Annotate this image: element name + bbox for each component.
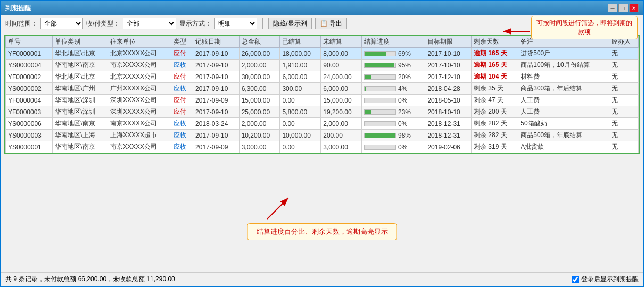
cell-unit-type: 华南地区\南京	[53, 118, 108, 130]
cell-progress: 0%	[361, 141, 425, 153]
cell-type: 应收	[171, 60, 193, 71]
progress-pct: 98%	[398, 132, 411, 139]
progress-bar	[364, 121, 396, 126]
separator-1	[262, 18, 263, 29]
cell-progress: 95%	[361, 60, 425, 71]
cell-remark: 人工费	[518, 106, 609, 118]
progress-bar-wrap: 95%	[364, 62, 423, 69]
cell-unit-type: 华南地区\上海	[53, 130, 108, 141]
close-button[interactable]: ✕	[629, 4, 639, 12]
table-row[interactable]: YF0000002 华北地区\北京 北京XXXXX公司 应付 2017-09-1…	[6, 71, 639, 83]
progress-bar-wrap: 98%	[364, 132, 423, 139]
maximize-button[interactable]: □	[618, 4, 628, 12]
data-table: 单号 单位类别 往来单位 类型 记账日期 总金额 已结算 未结算 结算进度 目标…	[5, 36, 639, 153]
cell-total: 10,200.00	[239, 130, 280, 141]
cell-id: YF0000004	[6, 95, 53, 106]
minimize-button[interactable]: ─	[608, 4, 617, 12]
table-row[interactable]: YS0000002 华南地区\广州 广州XXXXX公司 应收 2017-09-1…	[6, 83, 639, 95]
progress-bar	[364, 74, 396, 80]
progress-bar	[364, 51, 396, 56]
hide-show-column-button[interactable]: 隐藏/显示列	[268, 18, 311, 29]
cell-deadline: 2017-10-10	[425, 60, 472, 71]
cell-settled: 18,000.00	[280, 48, 321, 60]
cell-unsettled: 3,000.00	[321, 141, 362, 153]
cell-deadline: 2017-12-10	[425, 71, 472, 83]
cell-remain: 剩余 35 天	[471, 83, 518, 95]
cell-progress: 0%	[361, 95, 425, 106]
pay-type-select[interactable]: 全部	[123, 18, 176, 29]
cell-total: 2,000.00	[239, 60, 280, 71]
time-range-select[interactable]: 全部	[40, 18, 83, 29]
progress-bar	[364, 133, 396, 138]
cell-unit-type: 华南地区\南京	[53, 141, 108, 153]
cell-type: 应付	[171, 106, 193, 118]
progress-pct: 0%	[398, 120, 407, 128]
login-reminder-checkbox[interactable]	[572, 276, 579, 283]
progress-pct: 95%	[398, 62, 411, 69]
progress-bar-wrap: 69%	[364, 50, 423, 57]
table-row[interactable]: YF0000004 华南地区\深圳 深圳XXXXX公司 应付 2017-09-0…	[6, 95, 639, 106]
cell-remain: 逾期 165 天	[471, 48, 518, 60]
cell-unit-type: 华南地区\广州	[53, 83, 108, 95]
cell-company: 上海XXXXX超市	[108, 130, 171, 141]
cell-company: 北京XXXXX公司	[108, 71, 171, 83]
table-row[interactable]: YS0000004 华南地区\南京 南京XXXXX公司 应收 2017-09-1…	[6, 60, 639, 71]
cell-id: YS0000002	[6, 83, 53, 95]
cell-remain: 剩余 282 天	[471, 118, 518, 130]
cell-company: 深圳XXXXX公司	[108, 106, 171, 118]
cell-handler: 无	[609, 48, 639, 60]
table-row[interactable]: YS0000006 华南地区\南京 南京XXXXX公司 应收 2018-03-2…	[6, 118, 639, 130]
cell-date: 2017-09-10	[193, 130, 240, 141]
col-header-total: 总金额	[239, 36, 280, 48]
cell-id: YS0000004	[6, 60, 53, 71]
cell-progress: 69%	[361, 48, 425, 60]
table-row[interactable]: YS0000001 华南地区\南京 南京XXXXX公司 应收 2017-09-0…	[6, 141, 639, 153]
progress-pct: 20%	[398, 73, 411, 81]
login-reminder-label: 登录后显示到期提醒	[581, 275, 639, 284]
progress-bar	[364, 98, 396, 103]
export-button[interactable]: 📋 导出	[315, 18, 347, 29]
display-mode-select[interactable]: 明细	[214, 18, 257, 29]
cell-total: 30,000.00	[239, 71, 280, 83]
display-mode-label: 显示方式：	[179, 19, 211, 28]
cell-deadline: 2018-12-31	[425, 130, 472, 141]
annotation-bottom: 结算进度百分比、剩余天数，逾期高亮显示	[247, 223, 397, 240]
progress-bar-wrap: 23%	[364, 108, 423, 116]
main-window: 到期提醒 ─ □ ✕ 时间范围： 全部 收/付类型： 全部 显示方式： 明细 隐…	[0, 0, 644, 287]
cell-settled: 5,800.00	[280, 106, 321, 118]
cell-company: 广州XXXXX公司	[108, 83, 171, 95]
cell-date: 2017-09-10	[193, 48, 240, 60]
cell-handler: 无	[609, 118, 639, 130]
progress-pct: 4%	[398, 85, 407, 92]
cell-unsettled: 24,000.00	[321, 71, 362, 83]
cell-remark: 商品100箱，10月份结算	[518, 60, 609, 71]
cell-deadline: 2017-10-10	[425, 48, 472, 60]
cell-remark: 商品300箱，年后结算	[518, 83, 609, 95]
window-title: 到期提醒	[5, 4, 31, 13]
cell-type: 应收	[171, 130, 193, 141]
cell-unit-type: 华南地区\南京	[53, 60, 108, 71]
cell-remark: 材料费	[518, 71, 609, 83]
status-bar: 共 9 条记录，未付款总额 66,200.00，未收款总额 11,290.00 …	[1, 272, 643, 286]
table-row[interactable]: YS0000003 华南地区\上海 上海XXXXX超市 应收 2017-09-1…	[6, 130, 639, 141]
progress-bar-fill	[365, 52, 386, 56]
arrow-right-icon	[500, 23, 532, 39]
arrow-bottom-icon	[257, 195, 299, 222]
progress-bar-wrap: 0%	[364, 120, 423, 128]
col-header-deadline: 目标期限	[425, 36, 472, 48]
annotation-right: 可按时间段进行筛选，即将到期的款项	[531, 16, 638, 39]
progress-bar-fill	[365, 87, 366, 91]
table-row[interactable]: YF0000001 华北地区\北京 北京XXXXX公司 应付 2017-09-1…	[6, 48, 639, 60]
cell-progress: 23%	[361, 106, 425, 118]
cell-id: YS0000001	[6, 141, 53, 153]
login-reminder-checkbox-wrap: 登录后显示到期提醒	[572, 275, 639, 284]
progress-pct: 23%	[398, 108, 411, 116]
cell-handler: 无	[609, 95, 639, 106]
cell-company: 北京XXXXX公司	[108, 48, 171, 60]
title-bar-controls: ─ □ ✕	[608, 4, 639, 12]
cell-type: 应付	[171, 95, 193, 106]
cell-type: 应收	[171, 141, 193, 153]
table-row[interactable]: YF0000003 华南地区\深圳 深圳XXXXX公司 应付 2017-09-1…	[6, 106, 639, 118]
col-header-id: 单号	[6, 36, 53, 48]
cell-remark: 50箱酸奶	[518, 118, 609, 130]
